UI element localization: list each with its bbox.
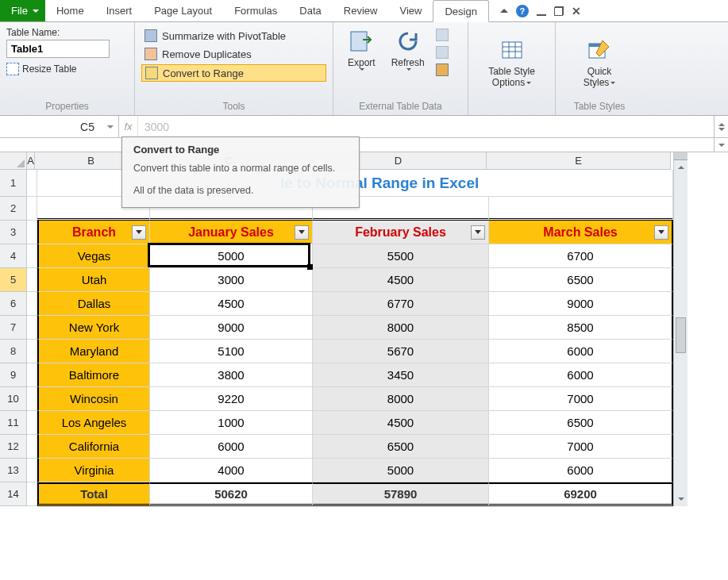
table-row[interactable]: 9220 bbox=[150, 387, 313, 411]
table-row[interactable]: 4500 bbox=[313, 411, 489, 435]
tab-view[interactable]: View bbox=[388, 0, 433, 21]
total-feb[interactable]: 57890 bbox=[313, 482, 489, 506]
table-row[interactable]: 7000 bbox=[489, 387, 673, 411]
formula-value[interactable]: 3000 bbox=[138, 116, 714, 137]
table-header-february[interactable]: February Sales bbox=[313, 221, 489, 244]
open-browser-icon[interactable] bbox=[436, 46, 449, 59]
scroll-up-button[interactable] bbox=[674, 160, 688, 175]
table-row[interactable]: 3000 bbox=[150, 268, 313, 292]
remove-duplicates-button[interactable]: Remove Duplicates bbox=[141, 46, 326, 62]
col-header-A[interactable]: A bbox=[27, 152, 35, 170]
row-header-1[interactable]: 1 bbox=[0, 170, 27, 197]
table-row[interactable]: 6700 bbox=[489, 244, 673, 268]
table-header-branch[interactable]: Branch bbox=[37, 221, 150, 244]
table-row[interactable]: 6000 bbox=[489, 459, 673, 482]
row-header-9[interactable]: 9 bbox=[0, 363, 27, 387]
table-row[interactable]: Utah bbox=[37, 268, 150, 292]
table-header-january[interactable]: January Sales bbox=[150, 221, 313, 244]
window-restore-icon[interactable] bbox=[554, 6, 564, 16]
table-row[interactable]: New York bbox=[37, 316, 150, 340]
table-row[interactable]: 6500 bbox=[489, 411, 673, 435]
row-header-2[interactable]: 2 bbox=[0, 197, 27, 221]
table-name-input[interactable] bbox=[6, 40, 110, 58]
properties-link-icon[interactable] bbox=[436, 29, 449, 41]
table-row[interactable]: 4500 bbox=[313, 268, 489, 292]
tab-design[interactable]: Design bbox=[433, 0, 488, 22]
name-box[interactable]: C5 bbox=[0, 116, 119, 137]
select-all-corner[interactable] bbox=[0, 152, 27, 170]
convert-to-range-button[interactable]: Convert to Range bbox=[141, 64, 326, 82]
table-row[interactable]: Baltimore bbox=[37, 363, 150, 387]
row-header-5[interactable]: 5 bbox=[0, 268, 27, 292]
table-row[interactable]: 6500 bbox=[489, 268, 673, 292]
tab-review[interactable]: Review bbox=[333, 0, 389, 21]
table-row[interactable]: Vegas bbox=[37, 244, 150, 268]
table-header-march[interactable]: March Sales bbox=[489, 221, 673, 244]
row-header-8[interactable]: 8 bbox=[0, 340, 27, 363]
tab-insert[interactable]: Insert bbox=[95, 0, 144, 21]
table-row[interactable]: 6770 bbox=[313, 292, 489, 316]
table-style-options-button[interactable]: Table Style Options bbox=[475, 25, 549, 99]
table-row[interactable]: 6000 bbox=[150, 435, 313, 459]
export-button[interactable]: Export bbox=[340, 25, 383, 99]
formula-expand-button[interactable] bbox=[714, 116, 728, 137]
total-mar[interactable]: 69200 bbox=[489, 482, 673, 506]
row-header-4[interactable]: 4 bbox=[0, 244, 27, 268]
row-header-12[interactable]: 12 bbox=[0, 435, 27, 459]
formula-collapse-button[interactable] bbox=[714, 138, 728, 152]
table-row[interactable]: 8500 bbox=[489, 316, 673, 340]
total-jan[interactable]: 50620 bbox=[150, 482, 313, 506]
active-cell-fill-handle[interactable] bbox=[307, 264, 313, 270]
table-row[interactable]: 4000 bbox=[150, 459, 313, 482]
split-handle[interactable] bbox=[674, 152, 688, 160]
table-row[interactable]: Maryland bbox=[37, 340, 150, 363]
unlink-icon[interactable] bbox=[436, 63, 449, 76]
table-row[interactable]: 6000 bbox=[489, 340, 673, 363]
table-row[interactable]: Dallas bbox=[37, 292, 150, 316]
col-header-E[interactable]: E bbox=[487, 152, 671, 170]
help-icon[interactable]: ? bbox=[516, 5, 529, 17]
row-header-13[interactable]: 13 bbox=[0, 459, 27, 482]
table-row[interactable]: 1000 bbox=[150, 411, 313, 435]
refresh-button[interactable]: Refresh bbox=[383, 25, 433, 99]
row-header-10[interactable]: 10 bbox=[0, 387, 27, 411]
table-row[interactable]: 3800 bbox=[150, 363, 313, 387]
filter-dropdown-icon[interactable] bbox=[471, 225, 485, 240]
window-minimize-icon[interactable] bbox=[537, 6, 546, 16]
table-row[interactable]: 8000 bbox=[313, 387, 489, 411]
tab-file[interactable]: File bbox=[0, 0, 45, 21]
total-label[interactable]: Total bbox=[37, 482, 150, 506]
window-close-icon[interactable]: ✕ bbox=[572, 5, 581, 17]
row-header-14[interactable]: 14 bbox=[0, 482, 27, 506]
vertical-scrollbar[interactable] bbox=[673, 152, 688, 506]
tab-home[interactable]: Home bbox=[45, 0, 95, 21]
table-row[interactable]: 4500 bbox=[150, 292, 313, 316]
table-row[interactable]: Virginia bbox=[37, 459, 150, 482]
table-row[interactable]: Wincosin bbox=[37, 387, 150, 411]
quick-styles-button[interactable]: Quick Styles bbox=[562, 25, 637, 99]
tab-page-layout[interactable]: Page Layout bbox=[143, 0, 223, 21]
table-row[interactable]: 5500 bbox=[313, 244, 489, 268]
table-row[interactable]: 3450 bbox=[313, 363, 489, 387]
filter-dropdown-icon[interactable] bbox=[654, 225, 668, 240]
tab-formulas[interactable]: Formulas bbox=[223, 0, 288, 21]
resize-table-button[interactable]: Resize Table bbox=[22, 63, 76, 75]
scroll-thumb[interactable] bbox=[676, 317, 686, 353]
table-row[interactable]: 5000 bbox=[313, 459, 489, 482]
table-row[interactable]: 5100 bbox=[150, 340, 313, 363]
tab-data[interactable]: Data bbox=[288, 0, 332, 21]
filter-dropdown-icon[interactable] bbox=[295, 225, 309, 240]
filter-dropdown-icon[interactable] bbox=[132, 225, 146, 240]
table-row[interactable]: 8000 bbox=[313, 316, 489, 340]
ribbon-collapse-icon[interactable] bbox=[500, 9, 508, 13]
table-row[interactable]: 9000 bbox=[489, 292, 673, 316]
row-header-7[interactable]: 7 bbox=[0, 316, 27, 340]
table-row[interactable]: 6000 bbox=[489, 363, 673, 387]
table-row[interactable]: 5670 bbox=[313, 340, 489, 363]
table-row[interactable]: 6500 bbox=[313, 435, 489, 459]
table-row[interactable]: 7000 bbox=[489, 435, 673, 459]
row-header-3[interactable]: 3 bbox=[0, 221, 27, 244]
row-header-11[interactable]: 11 bbox=[0, 411, 27, 435]
row-header-6[interactable]: 6 bbox=[0, 292, 27, 316]
table-row[interactable]: 9000 bbox=[150, 316, 313, 340]
